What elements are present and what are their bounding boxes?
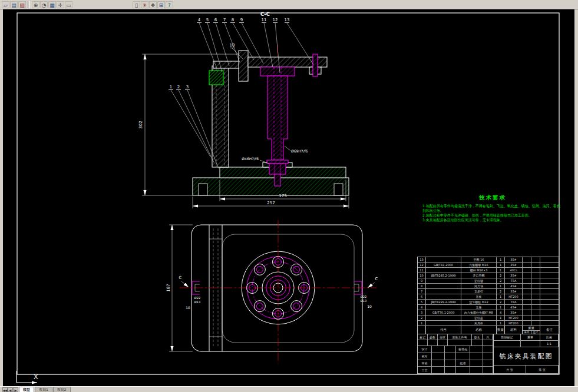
tb-role-review: 审核 — [418, 360, 432, 367]
dim-257: 257 — [267, 201, 275, 205]
bolt — [291, 301, 302, 312]
bom-row: 4支座145# — [418, 305, 559, 310]
title-block: 标记 处数 分区 更改文件号 签名 年、月、日 设计 标准化 校对 — [417, 334, 559, 374]
tb-col-mark: 标记 — [418, 334, 428, 340]
bom-row: 11螺杆 M16×3140Cr — [418, 268, 559, 273]
tb-role-design: 设计 — [418, 346, 432, 353]
bom-row: 12GB/T41-2000六角螺母 M16135# — [418, 263, 559, 268]
tech-requirement-item: 2.装配过程中零件不允许磕碰、划伤，严禁用锤直接敲击已加工表面。 — [422, 213, 563, 218]
layout-tab-模型[interactable]: 模型 — [19, 387, 34, 392]
callout-13: 13 — [285, 18, 290, 22]
block-icon[interactable]: ❖ — [149, 1, 157, 8]
bom-header-no — [418, 326, 426, 334]
tech-requirement-item: 1.装配前所有零件均需清洗干净，不得有毛刺、飞边、氧化皮、锈蚀、切屑、油污、着色… — [422, 204, 563, 213]
dim-302: 302 — [138, 121, 143, 128]
bom-row: 1夹具体1HT200 — [418, 321, 559, 326]
callout-4: 4 — [198, 18, 201, 22]
bom-row: 5JB/T8229.2-1999活节螺栓 M122T8A — [418, 300, 559, 305]
tb-sheet-no: 第 张 — [526, 366, 559, 374]
tab-nav-next[interactable]: ▶ — [13, 387, 18, 392]
dim-hole-left-1: Ø22 — [194, 296, 200, 300]
bom-header: 代号 名称 数量 材料 重量 单件 总计 备注 — [418, 326, 559, 334]
bom-header-remark: 备注 — [540, 326, 559, 334]
part-callouts: 12345678910111213 — [169, 18, 313, 168]
callout-8: 8 — [232, 18, 234, 22]
tab-nav-first[interactable]: ◀◀ — [2, 387, 8, 392]
section-view: C-C — [193, 11, 349, 195]
dim-hole-left-2: Ø13 — [194, 300, 200, 304]
measure-icon[interactable]: ✛ — [57, 1, 64, 8]
ucs-icon[interactable]: ⊕ — [32, 1, 39, 8]
named-views-icon[interactable]: ◔ — [40, 1, 48, 8]
ucs-icon: X — [16, 371, 38, 383]
callout-5: 5 — [206, 18, 209, 22]
toolbar-spacer — [73, 1, 132, 8]
tb-stage-label: 阶段标记 — [494, 334, 521, 341]
bom-row: 8对刀块145# — [418, 284, 559, 289]
technical-requirements: 技术要求 1.装配前所有零件均需清洗干净，不得有毛刺、飞边、氧化皮、锈蚀、切屑、… — [422, 194, 563, 222]
bom-row: 2定位盘1HT200 — [418, 315, 559, 321]
bom-row: 6压板1HT200 — [418, 294, 559, 300]
tb-col-count: 处数 — [428, 334, 438, 340]
tb-col-sign: 签名 — [472, 334, 483, 340]
tb-role-process: 工艺 — [418, 367, 432, 374]
object-snap-icon[interactable]: ▦ — [48, 1, 56, 8]
section-arrow-label-left: C — [179, 275, 182, 280]
callout-1: 1 — [170, 85, 172, 89]
bom-header-weight: 重量 单件 总计 — [523, 326, 540, 334]
dim-hole-right-2: Ø13 — [361, 299, 366, 303]
tb-weight-label: 重量 — [521, 334, 540, 341]
callout-7: 7 — [223, 18, 226, 22]
callout-12: 12 — [273, 18, 278, 22]
section-arrow-label-right: C — [375, 277, 378, 281]
bom-row: 3GB/T70.1-2000内六角圆柱头螺钉 M8435# — [418, 310, 559, 315]
dim-bore: Ø69H7/f6 — [291, 149, 308, 153]
bom-header-name: 名称 — [461, 326, 497, 334]
callout-2: 2 — [177, 85, 180, 89]
drawing-title: 铣床夹具装配图 — [494, 347, 559, 366]
bom-row: 13垫圈 16135# — [418, 257, 559, 263]
bom-row: 7支承钉235# — [418, 289, 559, 294]
tb-role-check: 校对 — [418, 353, 432, 360]
toolbar-separator — [28, 1, 30, 8]
plan-view: C C Ø22 Ø13 10 Ø22 Ø13 10 — [179, 220, 378, 364]
ucs-x-label: X — [34, 373, 38, 381]
dim-173: 173 — [279, 194, 286, 198]
tb-scale-value: 1:1 — [540, 341, 559, 347]
tb-role-approve: 批准 — [456, 360, 470, 367]
callout-11: 11 — [262, 18, 267, 22]
bom-table: 13垫圈 16135#12GB/T41-2000六角螺母 M16135#11螺杆… — [417, 257, 559, 334]
tb-scale-label: 比例 — [540, 334, 559, 341]
viewport-icon[interactable]: ▯ — [133, 1, 140, 8]
dim-slot-right: 10 — [367, 304, 372, 308]
layout-tabbar: ◀◀ ◀ ▶ 模型布局1布局2 — [0, 386, 578, 392]
dim-slot-left: 10 — [186, 305, 190, 310]
dim-bore2: Ø46H7/f6 — [242, 157, 259, 161]
bolt — [254, 264, 265, 275]
tb-role-standardization: 标准化 — [456, 346, 470, 353]
layout-tab-布局1[interactable]: 布局1 — [35, 387, 52, 392]
tb-col-zone: 分区 — [438, 334, 448, 340]
layout-tab-布局2[interactable]: 布局2 — [53, 387, 71, 392]
tb-sheets-total: 共 张 — [494, 366, 526, 374]
tb-col-change-doc: 更改文件号 — [448, 334, 472, 340]
callout-6: 6 — [214, 18, 217, 22]
dim-187: 187 — [166, 284, 171, 291]
tab-nav-prev[interactable]: ◀ — [8, 387, 13, 392]
polyline-icon[interactable]: ▭ — [65, 1, 72, 8]
point-style-icon[interactable]: ✳ — [141, 1, 148, 8]
properties-icon[interactable]: ⊞ — [157, 1, 165, 8]
open-drawing-icon[interactable]: ▱ — [2, 1, 9, 8]
layer-manager-icon[interactable]: ▤ — [10, 1, 18, 8]
layer-color-icon[interactable]: ▨ — [18, 1, 26, 8]
bom-header-material: 材料 — [505, 326, 523, 334]
tb-col-date: 年、月、日 — [483, 334, 493, 340]
bom-row: 10JB/T8245.2-1999开口垫圈235# — [418, 273, 559, 278]
bom-header-code: 代号 — [426, 326, 461, 334]
callout-10: 10 — [230, 43, 235, 48]
callout-3: 3 — [186, 85, 189, 89]
bom-header-qty: 数量 — [497, 326, 505, 334]
drawing-canvas[interactable]: C-C — [3, 9, 574, 387]
help-icon[interactable]: ? — [166, 1, 173, 8]
tech-requirements-title: 技术要求 — [422, 194, 563, 202]
